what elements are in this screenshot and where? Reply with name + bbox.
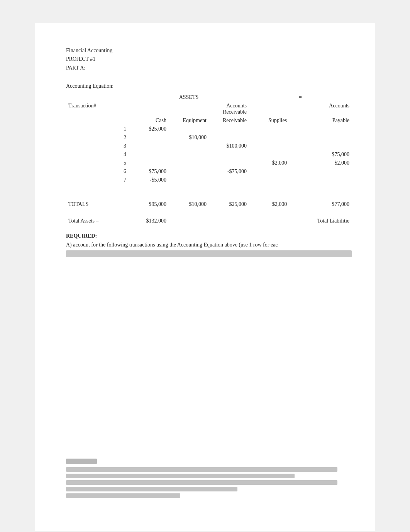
cash-spacer — [129, 102, 169, 116]
sep-ap: ------------ — [312, 190, 352, 200]
row-equip: $10,000 — [169, 133, 209, 142]
total-assets-col-spacer — [289, 212, 312, 225]
row-cash — [129, 150, 169, 159]
spacer-col — [289, 102, 312, 116]
separator-row: ------------ ------------ ------------ -… — [66, 190, 352, 200]
row-ar — [209, 150, 249, 159]
txn-label — [66, 142, 111, 150]
equip-spacer — [169, 102, 209, 116]
empty-row — [66, 184, 352, 190]
spacer-col2 — [289, 116, 312, 125]
sep-equip: ------------ — [169, 190, 209, 200]
row-ap — [312, 125, 352, 133]
assets-header-cell — [129, 93, 169, 102]
row-ap — [312, 142, 352, 150]
txn-label — [66, 167, 111, 176]
row-spacer — [289, 176, 312, 184]
assets-num-spacer — [111, 93, 129, 102]
row-num: 5 — [111, 159, 129, 167]
assets-ar-spacer — [209, 93, 249, 102]
totals-label: TOTALS — [66, 200, 111, 209]
header-section: Financial Accounting PROJECT #1 PART A: — [66, 46, 352, 72]
row-spacer — [289, 159, 312, 167]
assets-txn-spacer — [66, 93, 111, 102]
row-num: 7 — [111, 176, 129, 184]
table-row: 7 -$5,000 — [66, 176, 352, 184]
row-ar — [209, 159, 249, 167]
table-row: 3 $100,000 — [66, 142, 352, 150]
total-assets-row: Total Assets = $132,000 Total Liabilitie — [66, 212, 352, 225]
assets-supplies-spacer — [249, 93, 289, 102]
assets-label-cell: ASSETS — [169, 93, 209, 102]
equipment-header: Equipment — [169, 116, 209, 125]
blurred-line2 — [66, 474, 295, 478]
txn-label — [66, 159, 111, 167]
row-equip — [169, 125, 209, 133]
table-row: 6 $75,000 -$75,000 — [66, 167, 352, 176]
row-spacer — [289, 125, 312, 133]
ar-header-line2: Receivable — [209, 116, 249, 125]
required-title: REQUIRED: — [66, 233, 352, 239]
row-supplies — [249, 167, 289, 176]
row-ar: -$75,000 — [209, 167, 249, 176]
accounting-table-area: ASSETS = Transaction# Accounts Receivabl… — [66, 93, 352, 225]
txn-label — [66, 176, 111, 184]
row-cash — [129, 159, 169, 167]
row-cash: $25,000 — [129, 125, 169, 133]
row-spacer — [289, 150, 312, 159]
row-cash: $75,000 — [129, 167, 169, 176]
row-ap — [312, 133, 352, 142]
sep-cash: ------------ — [129, 190, 169, 200]
totals-spacer — [289, 200, 312, 209]
col-header-row1: Transaction# Accounts Receivable Account… — [66, 102, 352, 116]
row-ar: $100,000 — [209, 142, 249, 150]
required-section: REQUIRED: A) account for the following t… — [66, 233, 352, 257]
table-row: 1 $25,000 — [66, 125, 352, 133]
row-ar — [209, 133, 249, 142]
sep-spacer — [289, 190, 312, 200]
row-num: 2 — [111, 133, 129, 142]
row-cash: -$5,000 — [129, 176, 169, 184]
totals-supplies: $2,000 — [249, 200, 289, 209]
totals-ap: $77,000 — [312, 200, 352, 209]
blurred-line1 — [66, 467, 337, 472]
transaction-header: Transaction# — [66, 102, 111, 116]
accounting-table: ASSETS = Transaction# Accounts Receivabl… — [66, 93, 352, 225]
row-supplies — [249, 125, 289, 133]
row-ap — [312, 167, 352, 176]
row-ar — [209, 176, 249, 184]
blurred-line3 — [66, 480, 337, 485]
total-assets-value: $132,000 — [129, 212, 169, 225]
col-header-row2: Cash Equipment Receivable Supplies Payab… — [66, 116, 352, 125]
totals-row: TOTALS $95,000 $10,000 $25,000 $2,000 $7… — [66, 200, 352, 209]
header-line2: PROJECT #1 — [66, 55, 352, 63]
blurred-line5 — [66, 493, 180, 498]
row-equip — [169, 142, 209, 150]
cash-header: Cash — [129, 116, 169, 125]
total-assets-label: Total Assets = — [66, 212, 111, 225]
row-supplies — [249, 142, 289, 150]
sep-txn — [66, 190, 111, 200]
header-line3: PART A: — [66, 64, 352, 72]
total-assets-ar-spacer — [209, 212, 249, 225]
page-container: Financial Accounting PROJECT #1 PART A: … — [35, 23, 375, 531]
row-equip — [169, 159, 209, 167]
blurred-content — [66, 459, 352, 498]
row-equip — [169, 167, 209, 176]
supplies-spacer — [249, 102, 289, 116]
table-row: 2 $10,000 — [66, 133, 352, 142]
row-equip — [169, 150, 209, 159]
row-cash — [129, 142, 169, 150]
total-assets-supplies-spacer — [249, 212, 289, 225]
row-supplies — [249, 176, 289, 184]
row-ap — [312, 176, 352, 184]
row-cash — [129, 133, 169, 142]
txn-label — [66, 125, 111, 133]
totals-ar: $25,000 — [209, 200, 249, 209]
total-assets-num — [111, 212, 129, 225]
totals-equip: $10,000 — [169, 200, 209, 209]
ap-header-line2: Payable — [312, 116, 352, 125]
header-line1: Financial Accounting — [66, 46, 352, 55]
assets-header-row: ASSETS = — [66, 93, 352, 102]
empty-row2 — [66, 209, 352, 212]
